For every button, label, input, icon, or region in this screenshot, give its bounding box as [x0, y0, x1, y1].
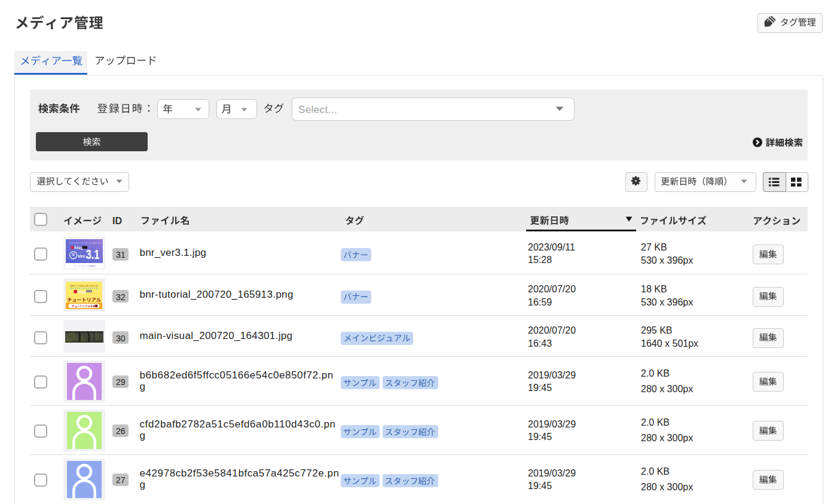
svg-text:3.1: 3.1 — [85, 246, 99, 261]
svg-text:Ver.: Ver. — [78, 253, 86, 259]
